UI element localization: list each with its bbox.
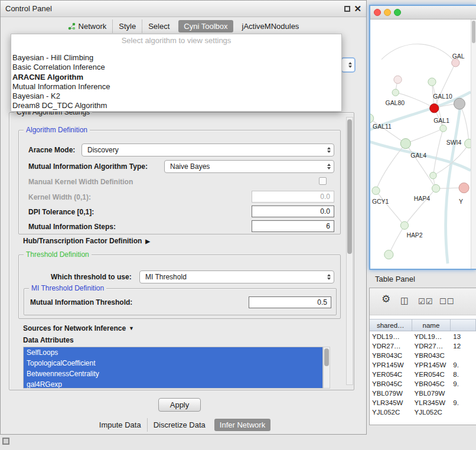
tab-network[interactable]: Network bbox=[62, 19, 113, 33]
node-label: SWI4 bbox=[446, 139, 462, 146]
data-attributes-list[interactable]: SelfLoops TopologicalCoefficient Between… bbox=[23, 347, 323, 389]
node-label: GAL4 bbox=[410, 152, 426, 159]
popup-item[interactable]: Bayesian - K2 bbox=[11, 92, 341, 101]
group-title: MI Threshold Definition bbox=[29, 284, 106, 293]
mi-algorithm-type-select[interactable]: Naive Bayes bbox=[164, 160, 334, 173]
close-window-button[interactable]: ✕ bbox=[354, 3, 361, 15]
table-row[interactable]: YBR045C YBR045C 9. bbox=[370, 379, 476, 389]
column-header-name[interactable]: name bbox=[412, 319, 451, 331]
table-row[interactable]: YLR345W YLR345W 9. bbox=[370, 398, 476, 407]
popup-item[interactable]: Basic Correlation Inference bbox=[11, 63, 341, 72]
tab-discretize-data[interactable]: Discretize Data bbox=[147, 418, 211, 432]
network-node[interactable] bbox=[428, 78, 436, 86]
group-title: Threshold Definition bbox=[24, 250, 92, 259]
cell-value: 8. bbox=[451, 370, 476, 379]
table-row[interactable]: YJL052C YJL052C bbox=[370, 407, 476, 417]
network-node[interactable] bbox=[394, 76, 402, 83]
aracne-mode-select[interactable]: Discovery bbox=[81, 144, 334, 156]
mi-steps-field[interactable]: 6 bbox=[252, 220, 334, 232]
cell-name: YJL052C bbox=[412, 407, 451, 417]
cell-name: YBR043C bbox=[412, 351, 451, 360]
node-label: GAL10 bbox=[433, 93, 452, 100]
aracne-mode-value: Discovery bbox=[87, 146, 119, 154]
algorithm-definition-group: Algorithm Definition Aracne Mode: Discov… bbox=[18, 130, 341, 234]
expanded-arrow-icon[interactable]: ▼ bbox=[129, 325, 134, 331]
network-scrollbar[interactable] bbox=[471, 19, 476, 269]
network-node[interactable] bbox=[392, 89, 399, 96]
table-row[interactable]: YBR043C YBR043C bbox=[370, 351, 476, 360]
table-row[interactable]: YDR27… YDR27… 12 bbox=[370, 341, 476, 351]
kernel-width-field[interactable]: 0.0 bbox=[252, 191, 334, 203]
tab-style[interactable]: Style bbox=[112, 19, 142, 33]
popup-item[interactable]: Mutual Information Inference bbox=[11, 82, 341, 92]
collapsed-arrow-icon[interactable]: ▶ bbox=[145, 238, 150, 244]
tab-cyni-toolbox[interactable]: Cyni Toolbox bbox=[178, 20, 233, 32]
network-node[interactable] bbox=[465, 139, 471, 148]
popup-placeholder: Select algorithm to view settings bbox=[11, 34, 341, 47]
cyni-bottom-tabbar: Impute Data Discretize Data Infer Networ… bbox=[1, 418, 366, 432]
tab-jactivemnodules[interactable]: jActiveMNodules bbox=[236, 19, 305, 33]
which-threshold-select[interactable]: MI Threshold bbox=[139, 270, 334, 283]
popup-item[interactable]: Dream8 DC_TDC Algorithm bbox=[11, 101, 341, 110]
tab-select[interactable]: Select bbox=[142, 19, 175, 33]
table-panel-title: Table Panel bbox=[375, 275, 415, 283]
column-header-shared[interactable]: shared… bbox=[370, 319, 412, 331]
table-row[interactable]: YPR145W YPR145W 9. bbox=[370, 360, 476, 370]
mi-threshold-field[interactable]: 0.5 bbox=[249, 296, 331, 308]
network-node-gray[interactable] bbox=[454, 98, 465, 109]
network-node[interactable] bbox=[384, 250, 393, 259]
cell-shared: YLR345W bbox=[370, 398, 412, 407]
gear-icon[interactable]: ⚙ bbox=[382, 294, 391, 305]
sources-section-header[interactable]: Sources for Network Inference ▼ bbox=[23, 324, 134, 332]
cell-value: 9. bbox=[451, 398, 476, 407]
tab-infer-network[interactable]: Infer Network bbox=[214, 419, 270, 431]
deselect-all-icon[interactable]: ☐☐ bbox=[439, 296, 454, 307]
algorithm-selector-combo-fragment[interactable] bbox=[341, 57, 356, 73]
popup-item[interactable]: Bayesian - Hill Climbing bbox=[11, 53, 341, 63]
network-node-highlighted[interactable] bbox=[430, 104, 439, 113]
columns-icon[interactable]: ◫ bbox=[400, 295, 409, 306]
list-item-selected[interactable]: gal4RGexp bbox=[24, 379, 322, 389]
hub-transcription-factor-section[interactable]: Hub/Transcription Factor Definition ▶ bbox=[23, 237, 150, 245]
node-label: HAP4 bbox=[414, 195, 430, 202]
network-scrollbar-thumb[interactable] bbox=[472, 21, 475, 43]
float-window-button[interactable] bbox=[344, 6, 350, 12]
popup-item-selected[interactable]: ARACNE Algorithm bbox=[11, 73, 341, 82]
table-row[interactable]: YER054C YER054C 8. bbox=[370, 370, 476, 379]
close-traffic-light[interactable] bbox=[374, 9, 381, 16]
tab-label: Cyni Toolbox bbox=[184, 22, 227, 31]
network-canvas[interactable]: GAL GAL80 GAL10 GAL1 GAL11 SWI4 GAL4 GCY… bbox=[370, 19, 471, 270]
table-row[interactable]: YDL19… YDL19… 13 bbox=[370, 332, 476, 341]
network-node[interactable] bbox=[400, 221, 408, 229]
settings-scrollbar-thumb[interactable] bbox=[347, 119, 352, 254]
network-node[interactable] bbox=[452, 59, 459, 67]
network-node-pink[interactable] bbox=[459, 183, 469, 193]
manual-kernel-width-label: Manual Kernel Width Definition bbox=[28, 178, 133, 186]
minimize-traffic-light[interactable] bbox=[384, 9, 391, 16]
column-header-extra[interactable] bbox=[451, 319, 476, 331]
network-node[interactable] bbox=[430, 172, 436, 179]
manual-kernel-width-checkbox[interactable] bbox=[319, 177, 327, 185]
combo-arrows-icon bbox=[327, 144, 331, 156]
attributes-list-scrollbar-thumb[interactable] bbox=[324, 348, 329, 366]
list-item-selected[interactable]: SelfLoops bbox=[24, 347, 322, 358]
mi-steps-value: 6 bbox=[326, 222, 330, 230]
network-node[interactable] bbox=[400, 139, 410, 149]
network-node[interactable] bbox=[372, 187, 380, 194]
network-node[interactable] bbox=[440, 125, 446, 132]
minimized-panel-icon[interactable] bbox=[2, 438, 9, 445]
dpi-tolerance-field[interactable]: 0.0 bbox=[252, 206, 334, 217]
table-row[interactable]: YBL079W YBL079W bbox=[370, 389, 476, 398]
node-label: GAL80 bbox=[386, 100, 405, 106]
attributes-list-scrollbar[interactable] bbox=[323, 347, 330, 389]
kernel-width-value: 0.0 bbox=[320, 193, 330, 201]
network-node[interactable] bbox=[432, 184, 439, 192]
tab-impute-data[interactable]: Impute Data bbox=[93, 418, 147, 432]
cell-shared: YPR145W bbox=[370, 360, 412, 370]
settings-scrollbar[interactable] bbox=[346, 117, 353, 385]
select-all-icon[interactable]: ☑☑ bbox=[418, 296, 433, 307]
zoom-traffic-light[interactable] bbox=[394, 9, 401, 16]
apply-button[interactable]: Apply bbox=[158, 398, 201, 412]
list-item-selected[interactable]: BetweennessCentrality bbox=[24, 369, 322, 379]
list-item-selected[interactable]: TopologicalCoefficient bbox=[24, 358, 322, 369]
